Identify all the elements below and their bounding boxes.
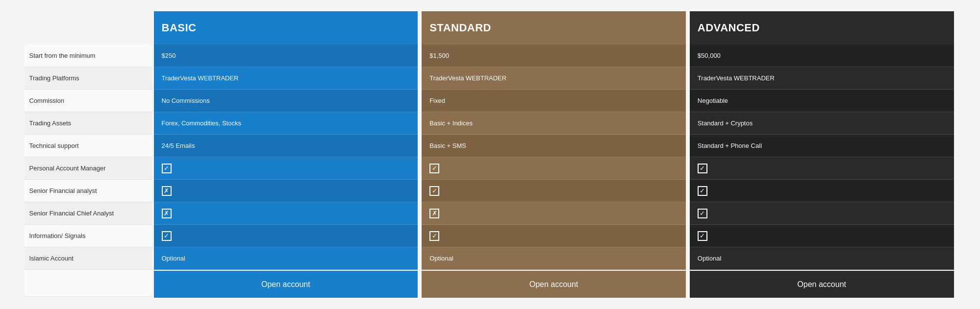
checkbox-checked-icon: ✓	[698, 186, 707, 196]
plan-row-advanced-5: ✓	[690, 157, 954, 180]
plan-row-advanced-8: ✓	[690, 225, 954, 247]
label-row-senior-financial-chief-analyst: Senior Financial Chief Analyst	[25, 202, 152, 225]
label-header	[25, 11, 152, 45]
label-open-btn-spacer	[25, 270, 152, 297]
label-row-information-signals: Information/ Signals	[25, 225, 152, 247]
plan-row-advanced-4: Standard + Phone Call	[690, 135, 954, 157]
plan-row-standard-7: ✗	[422, 202, 686, 225]
plan-header-advanced: ADVANCED	[690, 11, 954, 45]
checkbox-checked-icon: ✓	[698, 164, 707, 173]
plan-header-basic: BASIC	[154, 11, 418, 45]
plan-row-basic-8: ✓	[154, 225, 418, 247]
plan-row-basic-2: No Commissions	[154, 90, 418, 112]
checkbox-cross-icon: ✗	[429, 209, 439, 218]
checkbox-checked-icon: ✓	[162, 231, 172, 241]
plan-row-advanced-9: Optional	[690, 247, 954, 270]
plan-row-advanced-3: Standard + Cryptos	[690, 112, 954, 135]
plan-row-advanced-2: Negotiable	[690, 90, 954, 112]
plan-row-basic-3: Forex, Commodities, Stocks	[154, 112, 418, 135]
plan-row-standard-3: Basic + Indices	[422, 112, 686, 135]
checkbox-checked-icon: ✓	[429, 164, 439, 173]
plan-header-standard: STANDARD	[422, 11, 686, 45]
plan-row-advanced-1: TraderVesta WEBTRADER	[690, 67, 954, 90]
plan-row-basic-5: ✓	[154, 157, 418, 180]
plan-row-basic-0: $250	[154, 45, 418, 67]
plan-row-standard-9: Optional	[422, 247, 686, 270]
open-account-button-standard[interactable]: Open account	[422, 271, 686, 298]
plan-col-standard: STANDARD$1,500TraderVesta WEBTRADERFixed…	[422, 11, 686, 298]
plan-row-standard-5: ✓	[422, 157, 686, 180]
checkbox-cross-icon: ✗	[162, 186, 172, 196]
comparison-table: Start from the minimumTrading PlatformsC…	[25, 11, 956, 298]
checkbox-checked-icon: ✓	[429, 231, 439, 241]
checkbox-cross-icon: ✗	[162, 209, 172, 218]
plan-row-advanced-0: $50,000	[690, 45, 954, 67]
label-row-trading-platforms: Trading Platforms	[25, 67, 152, 90]
plan-row-standard-4: Basic + SMS	[422, 135, 686, 157]
label-row-trading-assets: Trading Assets	[25, 112, 152, 135]
label-row-senior-financial-analyst: Senior Financial analyst	[25, 180, 152, 202]
plan-row-standard-0: $1,500	[422, 45, 686, 67]
plan-row-standard-1: TraderVesta WEBTRADER	[422, 67, 686, 90]
open-account-button-basic[interactable]: Open account	[154, 271, 418, 298]
label-row-islamic-account: Islamic Account	[25, 247, 152, 270]
plan-row-basic-7: ✗	[154, 202, 418, 225]
plan-col-basic: BASIC$250TraderVesta WEBTRADERNo Commiss…	[154, 11, 418, 298]
plan-col-advanced: ADVANCED$50,000TraderVesta WEBTRADERNego…	[690, 11, 954, 298]
plan-row-standard-6: ✓	[422, 180, 686, 202]
checkbox-checked-icon: ✓	[698, 209, 707, 218]
checkbox-checked-icon: ✓	[429, 186, 439, 196]
plan-row-basic-6: ✗	[154, 180, 418, 202]
label-row-commission: Commission	[25, 90, 152, 112]
plan-row-advanced-6: ✓	[690, 180, 954, 202]
plan-row-standard-8: ✓	[422, 225, 686, 247]
checkbox-checked-icon: ✓	[698, 231, 707, 241]
labels-column: Start from the minimumTrading PlatformsC…	[25, 11, 152, 298]
label-row-start-min: Start from the minimum	[25, 45, 152, 67]
plan-row-basic-4: 24/5 Emails	[154, 135, 418, 157]
label-row-personal-account-manager: Personal Account Manager	[25, 157, 152, 180]
plan-row-advanced-7: ✓	[690, 202, 954, 225]
plan-row-standard-2: Fixed	[422, 90, 686, 112]
open-account-button-advanced[interactable]: Open account	[690, 271, 954, 298]
plan-row-basic-1: TraderVesta WEBTRADER	[154, 67, 418, 90]
checkbox-checked-icon: ✓	[162, 164, 172, 173]
label-row-technical-support: Technical support	[25, 135, 152, 157]
plan-row-basic-9: Optional	[154, 247, 418, 270]
